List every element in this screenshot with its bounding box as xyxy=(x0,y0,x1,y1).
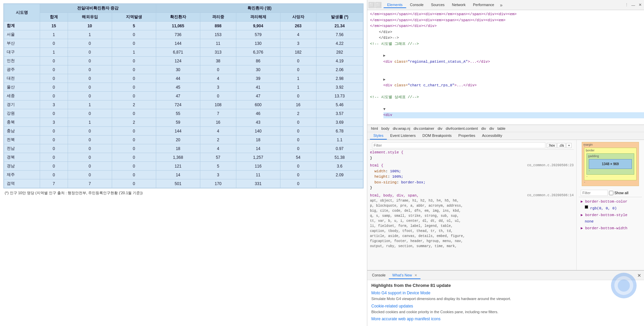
table-cell: 4.19 xyxy=(316,57,363,65)
devtools-more-tabs[interactable]: » xyxy=(499,2,504,8)
breadcrumb-div3[interactable]: div xyxy=(488,126,495,131)
table-cell: 0 xyxy=(112,144,156,153)
table-cell: 서울 xyxy=(4,30,40,39)
table-cell: 0 xyxy=(40,127,68,136)
col-quarantine: 격리중 xyxy=(200,13,236,22)
sum-quarantine: 898 xyxy=(200,22,236,30)
tab-network[interactable]: Network xyxy=(448,2,469,8)
table-cell: 3 xyxy=(280,39,316,48)
devtools-controls: ⋮ — ✕ xyxy=(624,2,643,8)
css-multi-line8: article, aside, canvas, details, embed, … xyxy=(370,234,574,239)
dom-line: </div> xyxy=(370,29,641,35)
breadcrumb-table[interactable]: table xyxy=(497,126,507,131)
table-row: 인천000124388604.19 xyxy=(4,57,363,65)
table-cell: 153 xyxy=(200,30,236,39)
table-cell: 세종 xyxy=(4,92,40,100)
console-item-desc-moto: Simulate Moto G4 viewport dimensions and… xyxy=(371,296,640,302)
table-cell: 4 xyxy=(280,30,316,39)
styles-hov-btn[interactable]: :hov xyxy=(547,143,556,148)
table-cell: 86 xyxy=(236,57,280,65)
table-cell: 0 xyxy=(112,30,156,39)
table-cell: 7 xyxy=(40,179,68,188)
tab-properties[interactable]: Properties xyxy=(455,132,479,140)
col-overseas: 해외유입 xyxy=(68,13,112,22)
table-body: 합계 15 10 5 11,065 898 9,904 263 21.34 서울… xyxy=(4,22,363,188)
table-cell: 0 xyxy=(68,109,112,118)
table-cell: 41 xyxy=(236,83,280,92)
breadcrumb-body[interactable]: body xyxy=(380,126,391,131)
box-margin: margin - border - padding xyxy=(582,142,639,186)
table-cell: 0 xyxy=(280,136,316,144)
table-cell: 2 xyxy=(280,109,316,118)
dom-regional[interactable]: ▶ <div class="regional_patient_status_A"… xyxy=(370,47,641,71)
console-item-title-cookie[interactable]: Cookie-related updates xyxy=(371,304,640,308)
breadcrumb-div2[interactable]: div xyxy=(480,126,487,131)
table-cell: 54 xyxy=(280,153,316,162)
tab-dom-breakpoints[interactable]: DOM Breakpoints xyxy=(419,132,455,140)
styles-add-btn[interactable]: + xyxy=(566,143,572,148)
tab-whats-new[interactable]: What's New ✕ xyxy=(389,272,420,279)
console-item-title-manifest[interactable]: More accurate web app manifest icons xyxy=(371,317,640,321)
styles-cls-btn[interactable]: .cls xyxy=(557,143,566,148)
dom-date-table[interactable]: ▼ <div class="date_table midd mgt24"> xyxy=(370,100,641,124)
dom-line: </div>--> xyxy=(370,35,641,41)
devtools-icon2[interactable]: ⬜ xyxy=(375,2,381,8)
breadcrumb-html[interactable]: html xyxy=(370,126,379,131)
show-all-checkbox[interactable] xyxy=(609,191,613,195)
table-row: 경북0001,368571,2575451.38 xyxy=(4,153,363,162)
table-cell: 16 xyxy=(200,118,236,127)
covid-table: 시도명 전일대비확진환자 증감 확진환자 (명) 합계 해외유입 지역발생 확진… xyxy=(4,4,363,188)
table-row: 전남0001841400.97 xyxy=(4,144,363,153)
css-prop-border-bottom-color: ▶ border-bottom-color xyxy=(581,199,640,205)
table-cell: 인천 xyxy=(4,57,40,65)
table-cell: 0 xyxy=(68,83,112,92)
tab-accessibility[interactable]: Accessibility xyxy=(479,132,506,140)
table-cell: 3 xyxy=(200,171,236,179)
prop-val-bbs: none xyxy=(585,218,594,225)
table-cell: 124 xyxy=(156,57,200,65)
table-cell: 0 xyxy=(112,136,156,144)
tab-event-listeners[interactable]: Event Listeners xyxy=(387,132,419,140)
filter-input2[interactable] xyxy=(581,190,608,196)
table-cell: 0 xyxy=(280,171,316,179)
col-rate: 발생률 (*) xyxy=(316,13,363,22)
devtools-settings[interactable]: ⋮ xyxy=(624,2,629,8)
breadcrumb-div1[interactable]: div xyxy=(437,126,443,131)
table-cell: 14 xyxy=(236,144,280,153)
breadcrumb-content[interactable]: div#content.content xyxy=(445,126,479,131)
devtools-close[interactable]: ✕ xyxy=(637,2,643,8)
styles-filter-input[interactable] xyxy=(372,142,545,148)
show-all-label[interactable]: Show all xyxy=(609,191,629,195)
table-cell: 0 xyxy=(40,57,68,65)
dom-chart[interactable]: ▶ <div class="chart c_chart_rps_8">...</… xyxy=(370,71,641,94)
css-rule-html: html { co_common.c.20200506:23 width: 10… xyxy=(370,163,574,191)
breadcrumb-container[interactable]: div.container xyxy=(412,126,435,131)
styles-left: :hov .cls + element.style { } html { co_… xyxy=(367,140,577,270)
col-death: 사망자 xyxy=(280,13,316,22)
dom-line: </em><span></span></div></div> xyxy=(370,23,641,29)
table-cell: 47 xyxy=(236,92,280,100)
tab-console[interactable]: Console xyxy=(406,2,427,8)
tab-elements[interactable]: Elements xyxy=(383,2,406,8)
whats-new-close[interactable]: ✕ xyxy=(414,273,417,277)
css-prop-border-bottom-style: ▶ border-bottom-style xyxy=(581,212,640,219)
breadcrumb-wrap[interactable]: div.wrap.nj xyxy=(392,126,411,131)
tab-sources[interactable]: Sources xyxy=(427,2,448,8)
tab-styles[interactable]: Styles xyxy=(370,132,387,140)
css-prop-height: height: 100%; xyxy=(370,174,574,180)
box-model: margin - border - padding xyxy=(582,142,639,186)
table-cell: 전남 xyxy=(4,144,40,153)
table-cell: 116 xyxy=(236,162,280,171)
dom-line: </em><span></span></div><div><em></em><s… xyxy=(370,11,641,18)
sum-region: 합계 xyxy=(4,22,40,30)
devtools-icon1[interactable]: ⬜ xyxy=(369,2,375,8)
table-cell: 0 xyxy=(112,65,156,74)
tab-performance[interactable]: Performance xyxy=(469,2,498,8)
console-item-title-moto[interactable]: Moto G4 support in Device Mode xyxy=(371,291,640,295)
table-cell: 39 xyxy=(236,74,280,83)
table-cell: 0 xyxy=(68,48,112,57)
table-cell: 331 xyxy=(236,179,280,188)
tab-console-bottom[interactable]: Console xyxy=(369,272,389,279)
table-cell: 1 xyxy=(68,118,112,127)
devtools-minimize[interactable]: — xyxy=(631,2,636,8)
